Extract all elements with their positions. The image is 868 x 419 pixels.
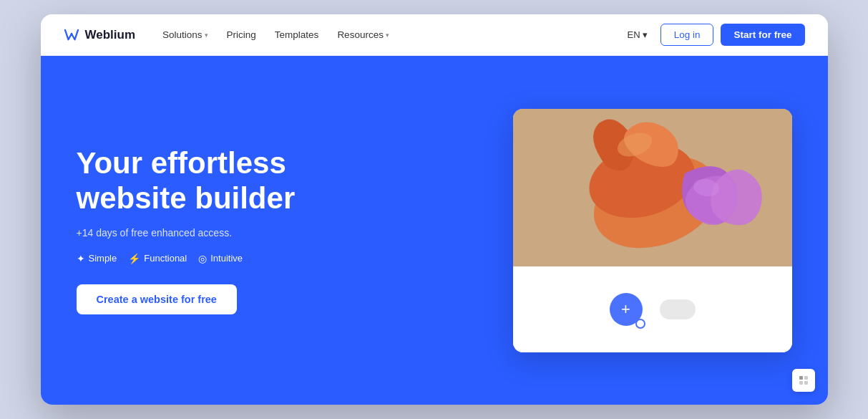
hero-subtitle: +14 days of free enhanced access. <box>77 227 384 239</box>
hero-title: Your effortless website builder <box>77 146 384 216</box>
resources-chevron-icon: ▾ <box>386 32 389 39</box>
nav-resources[interactable]: Resources ▾ <box>330 25 396 44</box>
svg-rect-8 <box>799 381 803 385</box>
hero-content: Your effortless website builder +14 days… <box>77 56 399 405</box>
corner-expand-icon[interactable] <box>792 369 815 392</box>
nav-right: EN ▾ Log in Start for free <box>622 24 805 46</box>
sparkle-icon: ✦ <box>77 253 85 264</box>
abstract-shape-svg <box>513 109 792 266</box>
preview-card: + <box>513 109 792 352</box>
add-block-button[interactable]: + <box>610 293 643 326</box>
logo-text: Weblium <box>85 28 136 42</box>
expand-icon <box>798 375 809 386</box>
badge-simple: ✦ Simple <box>77 253 117 264</box>
svg-rect-6 <box>799 376 803 380</box>
logo[interactable]: Weblium <box>64 28 136 42</box>
hero-badges: ✦ Simple ⚡ Functional ◎ Intuitive <box>77 253 384 264</box>
navbar: Weblium Solutions ▾ Pricing Templates Re… <box>41 14 828 56</box>
nav-links: Solutions ▾ Pricing Templates Resources … <box>155 25 622 44</box>
badge-intuitive: ◎ Intuitive <box>198 253 243 264</box>
nav-solutions[interactable]: Solutions ▾ <box>155 25 215 44</box>
badge-functional-label: Functional <box>144 253 187 264</box>
nav-templates[interactable]: Templates <box>268 25 326 44</box>
preview-shape-element <box>660 299 696 319</box>
logo-icon <box>64 29 79 42</box>
svg-rect-7 <box>804 376 808 380</box>
start-free-button[interactable]: Start for free <box>721 24 804 46</box>
lang-chevron-icon: ▾ <box>643 29 648 40</box>
hero-preview: + <box>399 56 792 405</box>
svg-point-0 <box>70 32 72 34</box>
preview-controls: + <box>513 266 792 352</box>
plus-icon: + <box>621 300 630 319</box>
circle-icon: ◎ <box>198 253 207 264</box>
badge-simple-label: Simple <box>89 253 117 264</box>
lang-selector[interactable]: EN ▾ <box>622 25 653 44</box>
browser-window: Weblium Solutions ▾ Pricing Templates Re… <box>41 14 828 405</box>
cta-button[interactable]: Create a website for free <box>77 284 237 314</box>
cursor-indicator <box>635 319 645 329</box>
hero-section: Your effortless website builder +14 days… <box>41 56 828 405</box>
badge-intuitive-label: Intuitive <box>210 253 243 264</box>
login-button[interactable]: Log in <box>660 24 714 46</box>
svg-rect-9 <box>804 381 808 385</box>
lightning-icon: ⚡ <box>128 253 140 264</box>
solutions-chevron-icon: ▾ <box>205 32 208 39</box>
badge-functional: ⚡ Functional <box>128 253 187 264</box>
nav-pricing[interactable]: Pricing <box>220 25 263 44</box>
preview-image <box>513 109 792 266</box>
